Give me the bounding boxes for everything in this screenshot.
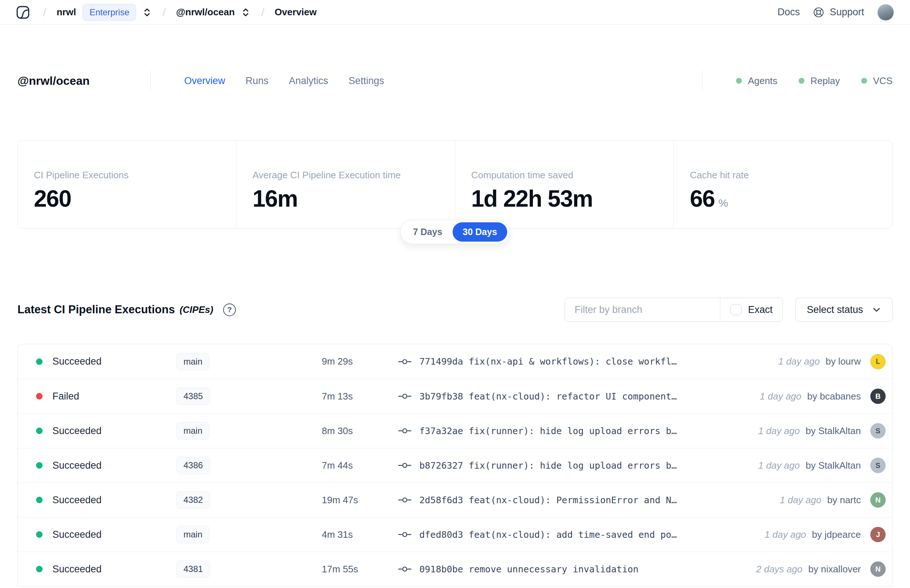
table-row[interactable]: Succeeded main 4m 31s dfed80d3 feat(nx-c…: [18, 517, 892, 552]
nx-cloud-logo-icon[interactable]: [16, 5, 30, 19]
table-row[interactable]: Succeeded main 9m 29s 771499da fix(nx-ap…: [18, 344, 892, 379]
tab-analytics[interactable]: Analytics: [289, 75, 328, 87]
branch-cell: main: [176, 526, 322, 543]
status-cell: Failed: [36, 391, 176, 402]
status-label: Succeeded: [52, 425, 102, 437]
workspace-switcher-icon[interactable]: [241, 7, 251, 18]
status-dot-icon: [36, 393, 43, 399]
commit-message: f37a32ae fix(runner): hide log upload er…: [419, 426, 677, 436]
breadcrumb-org[interactable]: nrwl: [57, 6, 76, 18]
exact-label: Exact: [748, 304, 773, 315]
org-switcher-icon[interactable]: [142, 7, 152, 18]
service-agents[interactable]: Agents: [736, 75, 777, 87]
stat-cache-hit-rate: Cache hit rate 66%: [673, 141, 892, 228]
divider: [150, 71, 151, 91]
enterprise-badge: Enterprise: [82, 4, 136, 21]
tab-settings[interactable]: Settings: [349, 75, 385, 87]
author-avatar: N: [870, 492, 886, 507]
tab-overview[interactable]: Overview: [184, 75, 225, 87]
tab-runs[interactable]: Runs: [246, 75, 268, 87]
docs-link[interactable]: Docs: [777, 6, 800, 18]
branch-badge[interactable]: 4386: [176, 457, 210, 474]
duration-label: 7m 13s: [322, 391, 398, 402]
table-row[interactable]: Failed 4385 7m 13s 3b79fb38 feat(nx-clou…: [18, 379, 892, 414]
branch-badge[interactable]: 4381: [176, 561, 210, 578]
status-dot-icon: [36, 497, 43, 503]
git-commit-icon: [398, 531, 411, 538]
status-cell: Succeeded: [36, 356, 176, 367]
status-cell: Succeeded: [36, 425, 176, 437]
status-label: Succeeded: [52, 460, 102, 471]
commit-message: 771499da fix(nx-api & workflows): close …: [419, 356, 677, 367]
help-icon[interactable]: ?: [223, 304, 236, 316]
author-avatar: N: [870, 561, 886, 577]
branch-badge[interactable]: main: [176, 422, 210, 439]
time-ago-label: 2 days ago: [756, 564, 802, 575]
stats-cards: CI Pipeline Executions 260 Average CI Pi…: [18, 140, 892, 229]
commit-cell: 771499da fix(nx-api & workflows): close …: [398, 356, 714, 367]
table-row[interactable]: Succeeded 4381 17m 55s 0918b0be remove u…: [18, 552, 892, 586]
status-dot-icon: [798, 78, 805, 84]
breadcrumb-workspace[interactable]: @nrwl/ocean: [176, 6, 235, 18]
time-ago-label: 1 day ago: [760, 391, 801, 402]
status-dot-icon: [36, 531, 43, 538]
meta-cell: 1 day ago by StalkAltan S: [714, 458, 886, 473]
branch-filter-group: Exact: [564, 298, 783, 321]
branch-badge[interactable]: 4385: [176, 388, 210, 405]
author-avatar: S: [870, 458, 886, 473]
service-status-list: Agents Replay VCS: [702, 71, 892, 91]
stat-value: 66%: [690, 185, 892, 212]
branch-filter-input[interactable]: [565, 298, 719, 321]
status-dot-icon: [36, 428, 43, 434]
meta-cell: 2 days ago by nixallover N: [714, 561, 886, 577]
author-avatar: J: [870, 527, 886, 542]
meta-cell: 1 day ago by jdpearce J: [714, 527, 886, 542]
duration-label: 17m 55s: [322, 564, 398, 575]
branch-cell: 4381: [176, 561, 322, 578]
meta-cell: 1 day ago by nartc N: [714, 492, 886, 507]
time-ago-label: 1 day ago: [778, 356, 820, 367]
table-row[interactable]: Succeeded 4386 7m 44s b8726327 fix(runne…: [18, 448, 892, 483]
support-link[interactable]: Support: [813, 6, 864, 18]
percent-suffix: %: [718, 197, 728, 209]
toggle-30-days[interactable]: 30 Days: [453, 222, 508, 242]
author-label: by StalkAltan: [805, 425, 861, 437]
exact-checkbox[interactable]: [731, 304, 742, 315]
time-ago-label: 1 day ago: [780, 494, 821, 506]
exact-filter: Exact: [720, 298, 783, 321]
commit-message: 2d58f6d3 feat(nx-cloud): PermissionError…: [419, 495, 677, 506]
workspace-title: @nrwl/ocean: [18, 74, 150, 88]
branch-badge[interactable]: main: [176, 526, 210, 543]
status-dot-icon: [861, 78, 867, 84]
commit-cell: 3b79fb38 feat(nx-cloud): refactor UI com…: [398, 391, 714, 402]
stat-computation-time-saved: Computation time saved 1d 22h 53m: [455, 141, 674, 228]
status-dot-icon: [36, 462, 43, 468]
chevron-down-icon: [872, 305, 881, 314]
branch-cell: main: [176, 353, 322, 370]
service-vcs[interactable]: VCS: [861, 75, 892, 87]
status-select-dropdown[interactable]: Select status: [795, 298, 892, 321]
toggle-7-days[interactable]: 7 Days: [402, 222, 453, 242]
author-label: by nixallover: [808, 564, 861, 575]
time-ago-label: 1 day ago: [765, 529, 806, 540]
status-select-label: Select status: [807, 304, 863, 315]
author-label: by bcabanes: [807, 391, 861, 402]
duration-label: 7m 44s: [322, 460, 398, 471]
time-ago-label: 1 day ago: [758, 425, 800, 437]
breadcrumb-page: Overview: [275, 6, 317, 18]
author-avatar: L: [870, 354, 886, 369]
user-avatar[interactable]: [877, 4, 894, 21]
branch-badge[interactable]: 4382: [176, 491, 210, 509]
service-replay[interactable]: Replay: [798, 75, 840, 87]
table-row[interactable]: Succeeded 4382 19m 47s 2d58f6d3 feat(nx-…: [18, 483, 892, 517]
section-title-suffix: (CIPEs): [179, 304, 213, 315]
branch-badge[interactable]: main: [176, 353, 210, 370]
author-label: by jdpearce: [812, 529, 861, 540]
status-cell: Succeeded: [36, 529, 176, 540]
table-row[interactable]: Succeeded main 8m 30s f37a32ae fix(runne…: [18, 414, 892, 448]
breadcrumb-separator: /: [162, 5, 166, 19]
git-commit-icon: [398, 393, 411, 399]
status-dot-icon: [36, 566, 43, 572]
meta-cell: 1 day ago by lourw L: [714, 354, 886, 369]
meta-cell: 1 day ago by StalkAltan S: [714, 423, 886, 438]
